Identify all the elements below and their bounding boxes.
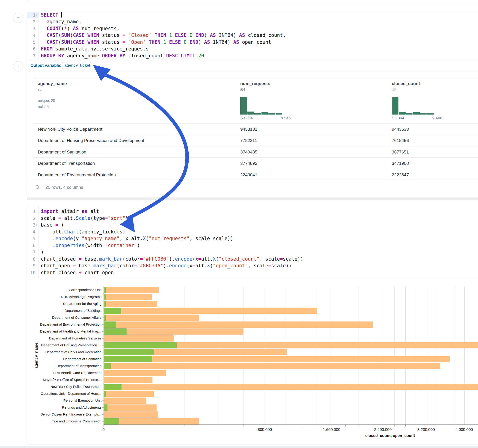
code-token: "closed_count" xyxy=(219,256,259,262)
cell-value: 9453131 xyxy=(240,123,257,135)
y-axis-tick xyxy=(102,304,104,304)
x-axis-tick xyxy=(243,425,244,426)
bar-closed-count xyxy=(104,404,157,411)
x-axis-tick-label: 2,400,000 xyxy=(367,428,399,432)
code-token: status xyxy=(99,32,122,38)
column-header-closed_count[interactable]: closed_count xyxy=(392,81,420,86)
line-number: 6 xyxy=(27,242,36,249)
code-text: CAST(SUM(CASE WHEN status = 'Closed' THE… xyxy=(41,32,286,39)
code-line[interactable]: 10chart_closed + chart_open xyxy=(27,269,478,276)
code-token xyxy=(187,39,189,45)
code-token: WHEN xyxy=(87,32,99,38)
code-line[interactable]: 2scale = alt.Scale(type="sqrt") xyxy=(27,215,478,222)
code-text: agency_name, xyxy=(41,19,82,25)
code-line[interactable]: 5 .encode(y="agency_name", x=alt.X("num_… xyxy=(27,235,478,242)
code-line[interactable]: 2 agency_name, xyxy=(27,19,478,25)
cell-value: 2222847 xyxy=(392,169,409,180)
y-axis-tick xyxy=(102,421,104,422)
code-line[interactable]: 1import altair as alt xyxy=(27,208,478,215)
code-token: AS xyxy=(73,26,79,31)
code-line[interactable]: 3 COUNT(*) AS num_requests, xyxy=(27,25,478,32)
code-line[interactable]: 3∨base = ( xyxy=(27,222,478,229)
code-token xyxy=(126,32,128,38)
add-cell-button-middle[interactable]: + xyxy=(13,61,23,71)
code-line[interactable]: 6 .properties(width="container") xyxy=(27,242,478,249)
code-token xyxy=(126,39,128,45)
y-axis-tick xyxy=(102,394,104,394)
bar-open-count xyxy=(104,418,119,424)
bar-closed-count xyxy=(104,294,152,300)
line-number: 4 xyxy=(27,32,36,39)
code-token: ( xyxy=(58,39,61,45)
code-token xyxy=(195,53,198,59)
output-variable-chip[interactable]: agency_tickets xyxy=(62,62,91,69)
cell-value: 9443533 xyxy=(392,123,409,135)
code-token: GROUP BY xyxy=(41,53,64,59)
code-token: alt. xyxy=(61,216,76,221)
column-header-agency_name[interactable]: agency_name xyxy=(38,81,67,86)
x-axis-tick-label: 3,200,000 xyxy=(410,428,442,432)
search-icon[interactable] xyxy=(35,185,40,190)
code-token: scale xyxy=(41,216,58,221)
cell-agency-name: Department of Environmental Protection xyxy=(38,169,116,180)
table-row[interactable]: Department of Sanitation37494853677651 xyxy=(33,146,478,157)
code-token: (color xyxy=(117,263,134,268)
code-token xyxy=(152,32,155,38)
bar-open-count xyxy=(104,342,177,348)
code-line[interactable]: 8chart_closed = base.mark_bar(color="#FF… xyxy=(27,256,478,263)
output-variable-row: Output variable: agency_tickets xyxy=(27,60,478,71)
code-token: ) xyxy=(137,243,140,248)
python-code-editor[interactable]: 1import altair as alt2scale = alt.Scale(… xyxy=(27,208,478,276)
column-header-num_requests[interactable]: num_requests xyxy=(240,81,270,86)
column-histogram xyxy=(240,97,282,115)
code-line[interactable]: 1∨SELECT xyxy=(27,12,478,19)
code-token: 'Closed' xyxy=(128,32,151,38)
table-row[interactable]: New York City Police Department945313194… xyxy=(33,123,478,135)
code-line[interactable]: 4 alt.Chart(agency_tickets) xyxy=(27,229,478,236)
y-axis-tick xyxy=(102,331,104,332)
sql-code-editor[interactable]: 1∨SELECT 2 agency_name,3 COUNT(*) AS num… xyxy=(27,12,478,59)
table-row[interactable]: Department of Housing Preservation and D… xyxy=(33,135,478,146)
sql-cell: 1∨SELECT 2 agency_name,3 COUNT(*) AS num… xyxy=(27,11,478,198)
table-row[interactable]: Department of Environmental Protection22… xyxy=(33,169,478,180)
bar-closed-count xyxy=(104,370,166,376)
code-line[interactable]: 7) xyxy=(27,249,478,256)
x-axis-tick xyxy=(265,425,265,426)
code-token: SUM xyxy=(61,39,70,45)
bar-closed-count xyxy=(104,335,174,342)
text-cursor xyxy=(61,12,62,18)
column-meta: unique: 20 xyxy=(38,99,55,103)
bar-closed-count xyxy=(104,391,154,397)
code-line[interactable]: 4 CAST(SUM(CASE WHEN status = 'Closed' T… xyxy=(27,32,478,39)
code-line[interactable]: 7GROUP BY agency_name ORDER BY closed_co… xyxy=(27,53,478,59)
gridline xyxy=(358,286,359,424)
code-token: = xyxy=(210,236,213,241)
code-token: open_count xyxy=(239,39,271,45)
code-token xyxy=(187,32,189,38)
code-token: , scale xyxy=(248,263,268,268)
y-axis-label: Personal Exemption Unit xyxy=(27,398,101,403)
collapse-chevron-icon[interactable]: ∨ xyxy=(36,223,38,226)
gridline xyxy=(405,286,406,424)
collapse-chevron-icon[interactable]: ∨ xyxy=(36,13,38,16)
histogram-bar xyxy=(262,112,268,115)
column-dtype: i64 xyxy=(392,87,396,92)
gridline xyxy=(394,286,395,424)
code-line[interactable]: 9chart_open = base.mark_bar(color="#8BC3… xyxy=(27,262,478,269)
code-line[interactable]: 5 CAST(SUM(CASE WHEN status = 'Open' THE… xyxy=(27,39,478,46)
code-token xyxy=(172,32,175,38)
bar-closed-count xyxy=(104,308,317,314)
table-row[interactable]: Department of Transportation377489234719… xyxy=(33,157,478,169)
code-token: status xyxy=(99,39,122,45)
code-token: mark_bar xyxy=(93,263,117,268)
code-token: END xyxy=(189,39,198,45)
add-cell-button-top[interactable]: + xyxy=(13,13,23,23)
gridline xyxy=(371,286,371,424)
code-token: "#FFC080" xyxy=(143,256,169,262)
code-line[interactable]: 6FROM sample_data.nyc.service_requests xyxy=(27,46,478,53)
bar-open-count xyxy=(104,391,106,397)
code-token: ( xyxy=(210,263,213,268)
gridline xyxy=(301,286,301,424)
line-number: 10 xyxy=(27,269,36,276)
histogram-max-label: 9.5e6 xyxy=(281,116,291,120)
